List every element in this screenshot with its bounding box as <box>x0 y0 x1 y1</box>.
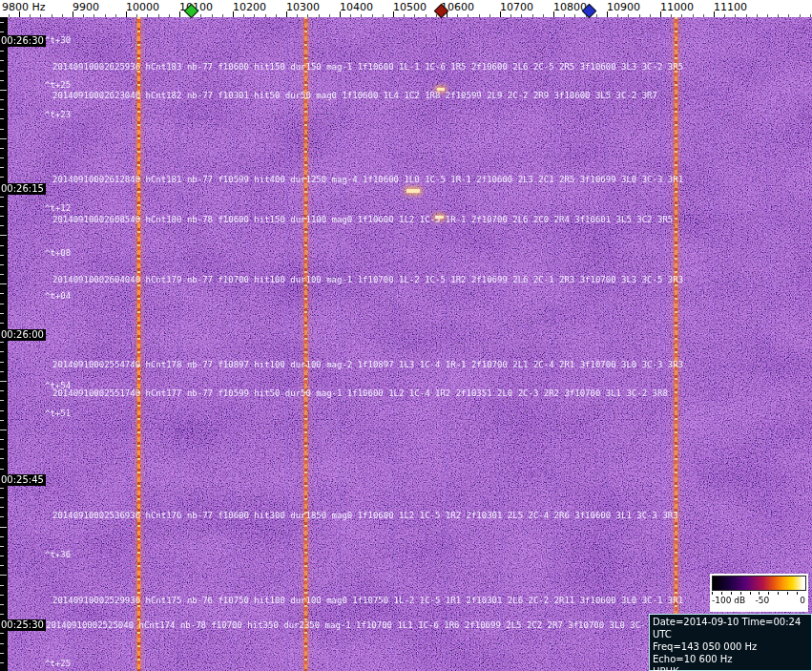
color-scale-labels: -100 dB -50 0 <box>712 595 806 606</box>
freq-major-tick <box>553 11 554 17</box>
time-tick <box>0 623 7 624</box>
time-tick <box>0 109 4 110</box>
meteor-echo-mark <box>437 88 445 91</box>
info-echo: Echo=10 600 Hz <box>653 653 808 665</box>
info-date-time: Date=2014-09-10 Time=00:24 UTC <box>653 616 808 640</box>
time-tick <box>0 197 4 198</box>
freq-grid-line <box>126 17 128 671</box>
spectrogram-waterfall[interactable] <box>0 17 812 671</box>
time-tick <box>0 527 7 528</box>
carrier-signal-line <box>304 17 307 671</box>
scale-label-max: 0 <box>800 596 805 605</box>
time-tick <box>0 633 4 634</box>
time-tick <box>0 304 4 304</box>
freq-grid-line <box>393 17 395 671</box>
time-tick <box>0 177 4 178</box>
time-tick <box>0 458 4 459</box>
time-tick <box>0 80 4 81</box>
scale-label-mid: -50 <box>756 596 770 605</box>
time-tick <box>0 323 4 324</box>
time-tick <box>0 206 4 207</box>
color-scale-gradient <box>712 576 806 591</box>
freq-major-tick <box>393 11 394 17</box>
time-tick <box>0 293 4 294</box>
frequency-axis: 9800 Hz990010000101001020010300104001050… <box>0 0 812 17</box>
time-tick <box>0 430 7 430</box>
time-tick <box>0 313 4 314</box>
time-tick <box>0 575 7 576</box>
time-tick <box>0 400 4 401</box>
time-tick <box>0 362 4 363</box>
time-tick <box>0 167 4 168</box>
freq-major-tick <box>286 11 287 17</box>
freq-grid-line <box>340 17 342 671</box>
time-tick <box>0 585 4 586</box>
time-tick <box>0 71 4 72</box>
carrier-signal-line <box>137 17 140 671</box>
freq-axis-label: 9800 Hz <box>2 1 46 13</box>
time-tick <box>0 595 4 596</box>
time-tick <box>0 488 4 489</box>
freq-minor-ticks <box>0 14 812 17</box>
freq-grid-line <box>607 17 609 671</box>
time-tick <box>0 225 4 226</box>
freq-axis-label: 10900 <box>607 1 640 13</box>
freq-axis-label: 9900 <box>73 1 99 13</box>
time-tick <box>0 148 4 149</box>
freq-axis-label: 10400 <box>340 1 373 13</box>
freq-axis-label: 10500 <box>393 1 427 13</box>
time-tick <box>0 556 4 556</box>
time-tick <box>0 60 4 61</box>
time-tick <box>0 187 7 188</box>
time-tick <box>0 614 4 615</box>
freq-axis-label: 10300 <box>286 1 320 13</box>
freq-major-tick <box>607 11 608 17</box>
time-tick <box>0 371 4 372</box>
freq-axis-label: 11000 <box>660 1 694 13</box>
time-tick <box>0 516 4 517</box>
freq-major-tick <box>340 11 341 17</box>
freq-grid-line <box>500 17 502 671</box>
freq-axis-label: 10700 <box>500 1 533 13</box>
time-tick <box>0 22 4 23</box>
freq-grid-line <box>660 17 662 671</box>
meteor-echo-mark <box>406 189 420 193</box>
time-tick <box>0 497 4 498</box>
status-info-box: Date=2014-09-10 Time=00:24 UTC Freq=143 … <box>649 614 812 671</box>
time-tick <box>0 41 7 42</box>
time-tick <box>0 420 4 421</box>
spectrogram-signal-layer <box>0 17 812 671</box>
time-tick <box>0 565 4 566</box>
time-tick <box>0 90 7 91</box>
time-tick <box>0 478 7 479</box>
time-tick <box>0 264 4 265</box>
freq-grid-line <box>19 17 21 671</box>
time-tick <box>0 643 4 644</box>
scale-label-min: -100 dB <box>712 596 745 605</box>
color-scale-legend: -100 dB -50 0 <box>710 574 808 612</box>
time-tick <box>0 216 4 217</box>
time-tick <box>0 255 4 256</box>
time-tick <box>0 129 4 130</box>
time-tick <box>0 31 4 32</box>
time-tick <box>0 662 4 663</box>
time-tick <box>0 536 4 537</box>
freq-axis-label: 11100 <box>714 1 747 13</box>
info-station-id: HPHK <box>653 665 808 671</box>
time-tick <box>0 235 7 236</box>
time-tick <box>0 157 4 158</box>
freq-grid-line <box>179 17 181 671</box>
time-tick <box>0 332 7 333</box>
freq-grid-line <box>286 17 288 671</box>
time-tick <box>0 283 7 284</box>
freq-major-tick <box>73 11 73 17</box>
time-tick <box>0 546 4 547</box>
time-tick <box>0 274 4 275</box>
freq-grid-line <box>233 17 235 671</box>
freq-major-tick <box>179 11 180 17</box>
freq-major-tick <box>500 11 501 17</box>
freq-major-tick <box>126 11 127 17</box>
time-axis-strip <box>0 17 8 671</box>
freq-major-tick <box>714 11 715 17</box>
time-tick <box>0 138 7 139</box>
